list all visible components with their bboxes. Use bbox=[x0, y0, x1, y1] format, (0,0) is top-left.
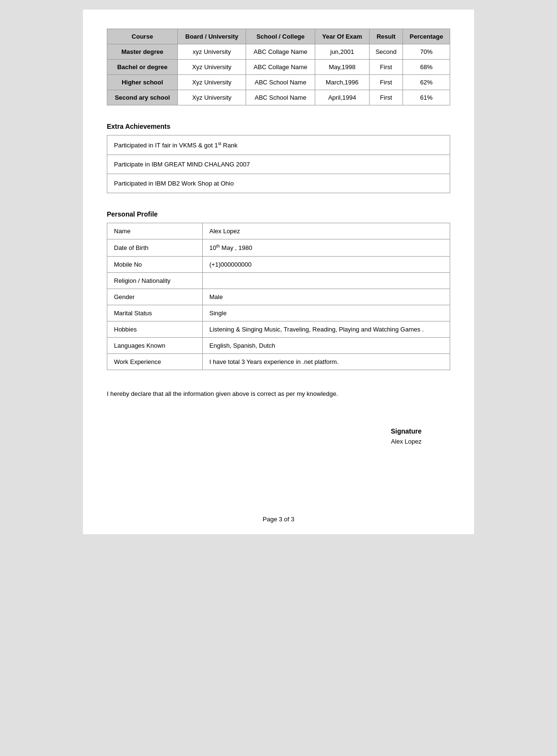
edu-result: First bbox=[369, 75, 403, 90]
profile-value: (+1)000000000 bbox=[203, 256, 450, 272]
profile-label: Gender bbox=[107, 289, 203, 305]
achieve-row-2: Participated in IBM DB2 Work Shop at Ohi… bbox=[107, 174, 450, 193]
edu-school: ABC School Name bbox=[246, 75, 315, 90]
profile-value: English, Spanish, Dutch bbox=[203, 337, 450, 353]
edu-header-percentage: Percentage bbox=[403, 29, 450, 44]
edu-board: xyz University bbox=[177, 44, 246, 60]
achieve-item: Participated in IBM DB2 Work Shop at Ohi… bbox=[107, 174, 450, 193]
edu-row-0: Master degree xyz University ABC Collage… bbox=[107, 44, 450, 60]
edu-result: Second bbox=[369, 44, 403, 60]
edu-year: May,1998 bbox=[315, 60, 370, 75]
profile-value: Alex Lopez bbox=[203, 223, 450, 239]
edu-row-2: Higher school Xyz University ABC School … bbox=[107, 75, 450, 90]
edu-board: Xyz University bbox=[177, 60, 246, 75]
edu-year: April,1994 bbox=[315, 90, 370, 105]
edu-header-school: School / College bbox=[246, 29, 315, 44]
education-table: Course Board / University School / Colle… bbox=[107, 29, 450, 105]
edu-course: Master degree bbox=[107, 44, 178, 60]
achieve-item: Participate in IBM GREAT MIND CHALANG 20… bbox=[107, 155, 450, 174]
edu-header-board: Board / University bbox=[177, 29, 246, 44]
profile-label: Mobile No bbox=[107, 256, 203, 272]
extra-achievements-heading: Extra Achievements bbox=[107, 123, 450, 130]
edu-percentage: 61% bbox=[403, 90, 450, 105]
profile-label: Date of Birth bbox=[107, 239, 203, 256]
edu-board: Xyz University bbox=[177, 90, 246, 105]
page-footer: Page 3 of 3 bbox=[83, 516, 474, 523]
profile-row-2: Mobile No (+1)000000000 bbox=[107, 256, 450, 272]
achieve-item: Participated in IT fair in VKMS & got 1s… bbox=[107, 135, 450, 155]
edu-school: ABC Collage Name bbox=[246, 44, 315, 60]
achieve-row-1: Participate in IBM GREAT MIND CHALANG 20… bbox=[107, 155, 450, 174]
edu-school: ABC School Name bbox=[246, 90, 315, 105]
personal-profile-table: Name Alex Lopez Date of Birth 10th May ,… bbox=[107, 223, 450, 370]
profile-row-1: Date of Birth 10th May , 1980 bbox=[107, 239, 450, 256]
profile-label: Work Experience bbox=[107, 353, 203, 370]
profile-row-4: Gender Male bbox=[107, 289, 450, 305]
edu-percentage: 62% bbox=[403, 75, 450, 90]
profile-row-8: Work Experience I have total 3 Years exp… bbox=[107, 353, 450, 370]
profile-value bbox=[203, 272, 450, 289]
profile-value: 10th May , 1980 bbox=[203, 239, 450, 256]
profile-value: Listening & Singing Music, Traveling, Re… bbox=[203, 321, 450, 337]
profile-row-6: Hobbies Listening & Singing Music, Trave… bbox=[107, 321, 450, 337]
edu-board: Xyz University bbox=[177, 75, 246, 90]
profile-row-5: Marital Status Single bbox=[107, 305, 450, 321]
profile-label: Hobbies bbox=[107, 321, 203, 337]
profile-value: I have total 3 Years experience in .net … bbox=[203, 353, 450, 370]
edu-row-3: Second ary school Xyz University ABC Sch… bbox=[107, 90, 450, 105]
edu-year: March,1996 bbox=[315, 75, 370, 90]
edu-header-course: Course bbox=[107, 29, 178, 44]
edu-result: First bbox=[369, 90, 403, 105]
signature-block: Signature Alex Lopez bbox=[107, 427, 450, 445]
edu-course: Bachel or degree bbox=[107, 60, 178, 75]
profile-value: Male bbox=[203, 289, 450, 305]
profile-label: Name bbox=[107, 223, 203, 239]
profile-label: Religion / Nationality bbox=[107, 272, 203, 289]
personal-profile-heading: Personal Profile bbox=[107, 210, 450, 218]
edu-school: ABC Collage Name bbox=[246, 60, 315, 75]
edu-course: Second ary school bbox=[107, 90, 178, 105]
edu-course: Higher school bbox=[107, 75, 178, 90]
edu-percentage: 70% bbox=[403, 44, 450, 60]
edu-percentage: 68% bbox=[403, 60, 450, 75]
page: Course Board / University School / Colle… bbox=[83, 10, 474, 534]
profile-row-0: Name Alex Lopez bbox=[107, 223, 450, 239]
edu-year: jun,2001 bbox=[315, 44, 370, 60]
edu-header-year: Year Of Exam bbox=[315, 29, 370, 44]
achieve-row-0: Participated in IT fair in VKMS & got 1s… bbox=[107, 135, 450, 155]
profile-label: Marital Status bbox=[107, 305, 203, 321]
declaration-text: I hereby declare that all the informatio… bbox=[107, 389, 450, 399]
signature-name: Alex Lopez bbox=[107, 438, 422, 445]
edu-result: First bbox=[369, 60, 403, 75]
edu-header-result: Result bbox=[369, 29, 403, 44]
profile-row-7: Languages Known English, Spanish, Dutch bbox=[107, 337, 450, 353]
signature-label: Signature bbox=[107, 427, 422, 435]
profile-value: Single bbox=[203, 305, 450, 321]
profile-label: Languages Known bbox=[107, 337, 203, 353]
profile-row-3: Religion / Nationality bbox=[107, 272, 450, 289]
edu-row-1: Bachel or degree Xyz University ABC Coll… bbox=[107, 60, 450, 75]
achievements-table: Participated in IT fair in VKMS & got 1s… bbox=[107, 135, 450, 193]
